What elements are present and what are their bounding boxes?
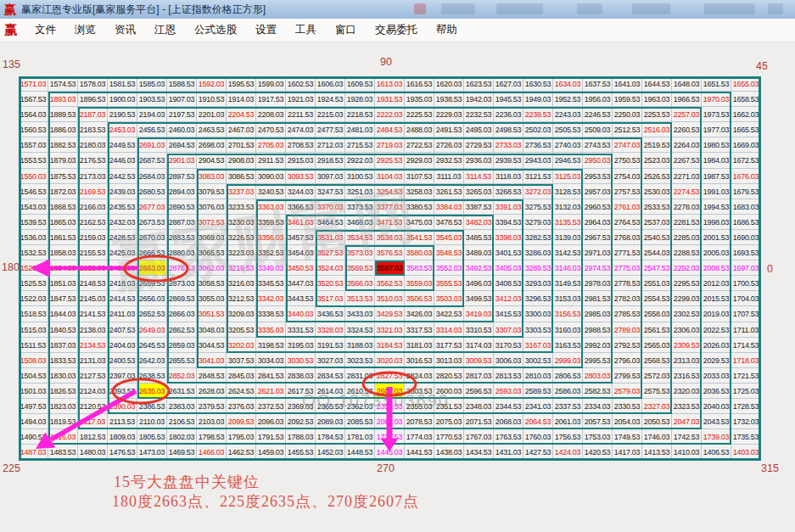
grid-cell[interactable]: 1840.53: [48, 322, 78, 338]
grid-cell[interactable]: 2267.53: [672, 153, 702, 168]
grid-cell[interactable]: 1973.53: [702, 107, 731, 122]
grid-cell[interactable]: 2106.53: [167, 414, 197, 429]
grid-cell[interactable]: 3468.03: [345, 215, 375, 230]
grid-cell[interactable]: 2586.03: [553, 384, 583, 399]
grid-cell[interactable]: 1511.53: [19, 338, 48, 353]
grid-cell[interactable]: 3338.53: [256, 306, 286, 322]
grid-cell[interactable]: 1574.53: [48, 76, 78, 92]
grid-cell[interactable]: 2817.03: [464, 368, 494, 384]
grid-cell[interactable]: 2099.53: [227, 414, 256, 429]
grid-cell[interactable]: 2558.03: [642, 306, 672, 322]
grid-cell[interactable]: 2432.03: [108, 215, 137, 230]
grid-cell[interactable]: 2939.53: [494, 153, 523, 168]
grid-cell[interactable]: 2656.03: [137, 291, 167, 306]
grid-cell[interactable]: 2663.03: [137, 260, 167, 276]
grid-cell[interactable]: 2953.53: [583, 169, 613, 184]
grid-cell[interactable]: 3265.03: [464, 184, 494, 199]
grid-cell[interactable]: 1970.03: [702, 92, 731, 107]
grid-cell[interactable]: 3513.53: [345, 291, 375, 306]
grid-cell[interactable]: 1532.53: [19, 245, 48, 260]
grid-cell[interactable]: 3083.03: [197, 169, 227, 184]
grid-cell[interactable]: 1445.03: [375, 445, 405, 460]
grid-cell[interactable]: 3153.03: [553, 291, 583, 306]
grid-cell[interactable]: 1700.53: [731, 276, 761, 291]
grid-cell[interactable]: 2365.53: [316, 399, 345, 414]
grid-cell[interactable]: 1749.53: [613, 429, 642, 445]
grid-cell[interactable]: 1641.03: [613, 76, 642, 92]
grid-cell[interactable]: 3219.53: [227, 260, 256, 276]
grid-cell[interactable]: 1725.03: [731, 384, 761, 399]
grid-cell[interactable]: 1788.03: [286, 429, 316, 445]
grid-cell[interactable]: 1434.53: [464, 445, 494, 460]
grid-cell[interactable]: 2526.53: [642, 169, 672, 184]
grid-cell[interactable]: 3149.53: [553, 276, 583, 291]
grid-cell[interactable]: 2838.03: [286, 368, 316, 384]
grid-cell[interactable]: 2285.03: [672, 230, 702, 245]
grid-cell[interactable]: 1781.03: [345, 429, 375, 445]
grid-cell[interactable]: 2631.53: [167, 384, 197, 399]
grid-cell[interactable]: 1459.03: [256, 445, 286, 460]
grid-cell[interactable]: 1823.03: [48, 399, 78, 414]
grid-cell[interactable]: 2131.03: [78, 353, 108, 368]
grid-cell[interactable]: 2022.53: [702, 322, 731, 338]
grid-cell[interactable]: 2442.53: [108, 169, 137, 184]
grid-cell[interactable]: 3107.53: [405, 169, 434, 184]
grid-cell[interactable]: 2113.53: [108, 414, 137, 429]
grid-cell[interactable]: 3496.03: [464, 276, 494, 291]
grid-cell[interactable]: 2666.53: [137, 245, 167, 260]
grid-cell[interactable]: 2589.53: [523, 384, 553, 399]
grid-cell[interactable]: 1662.03: [731, 107, 761, 122]
grid-cell[interactable]: 2943.03: [523, 153, 553, 168]
grid-cell[interactable]: 1984.03: [702, 153, 731, 168]
grid-cell[interactable]: 2621.03: [256, 384, 286, 399]
grid-cell[interactable]: 2141.53: [78, 306, 108, 322]
grid-cell[interactable]: 3503.03: [434, 291, 464, 306]
grid-cell[interactable]: 3366.53: [286, 199, 316, 215]
grid-cell[interactable]: 2967.53: [583, 230, 613, 245]
grid-cell[interactable]: 3006.03: [494, 353, 523, 368]
menu-item-浏览[interactable]: 浏览: [75, 23, 96, 37]
grid-cell[interactable]: 3559.03: [405, 276, 434, 291]
grid-cell[interactable]: 1438.03: [434, 445, 464, 460]
grid-cell[interactable]: 3478.53: [434, 215, 464, 230]
grid-cell[interactable]: 3587.03: [375, 260, 405, 276]
grid-cell[interactable]: 1959.53: [613, 92, 642, 107]
grid-cell[interactable]: 1637.53: [583, 76, 613, 92]
grid-cell[interactable]: 3076.03: [197, 199, 227, 215]
grid-cell[interactable]: 2180.03: [78, 137, 108, 153]
grid-cell[interactable]: 1833.53: [48, 353, 78, 368]
grid-cell[interactable]: 2229.03: [434, 107, 464, 122]
grid-cell[interactable]: 1658.53: [731, 92, 761, 107]
grid-cell[interactable]: 2922.03: [345, 153, 375, 168]
grid-cell[interactable]: 3548.53: [434, 245, 464, 260]
grid-cell[interactable]: 3331.53: [286, 322, 316, 338]
grid-cell[interactable]: 2593.03: [494, 384, 523, 399]
grid-cell[interactable]: 1837.03: [48, 338, 78, 353]
grid-cell[interactable]: 2680.53: [137, 184, 167, 199]
grid-cell[interactable]: 2271.03: [672, 169, 702, 184]
grid-cell[interactable]: 2512.53: [613, 122, 642, 137]
grid-cell[interactable]: 2642.03: [137, 353, 167, 368]
grid-cell[interactable]: 2715.53: [345, 137, 375, 153]
grid-cell[interactable]: 2197.53: [167, 107, 197, 122]
grid-cell[interactable]: 2246.53: [583, 107, 613, 122]
grid-cell[interactable]: 1455.53: [286, 445, 316, 460]
grid-cell[interactable]: 3013.03: [434, 353, 464, 368]
grid-cell[interactable]: 3576.53: [375, 245, 405, 260]
grid-cell[interactable]: 2036.53: [702, 384, 731, 399]
grid-cell[interactable]: 3475.03: [405, 215, 434, 230]
grid-cell[interactable]: 1812.53: [78, 429, 108, 445]
grid-cell[interactable]: 3443.53: [286, 291, 316, 306]
grid-cell[interactable]: 1420.53: [583, 445, 613, 460]
grid-cell[interactable]: 2005.03: [702, 245, 731, 260]
menu-item-帮助[interactable]: 帮助: [436, 23, 457, 37]
grid-cell[interactable]: 2600.03: [434, 384, 464, 399]
grid-cell[interactable]: 2225.53: [405, 107, 434, 122]
grid-cell[interactable]: 2015.53: [702, 291, 731, 306]
grid-cell[interactable]: 2148.53: [78, 276, 108, 291]
grid-cell[interactable]: 2215.03: [316, 107, 345, 122]
grid-cell[interactable]: 2383.03: [167, 399, 197, 414]
grid-cell[interactable]: 3093.53: [286, 169, 316, 184]
grid-cell[interactable]: 2288.53: [672, 245, 702, 260]
grid-cell[interactable]: 3538.03: [375, 230, 405, 245]
